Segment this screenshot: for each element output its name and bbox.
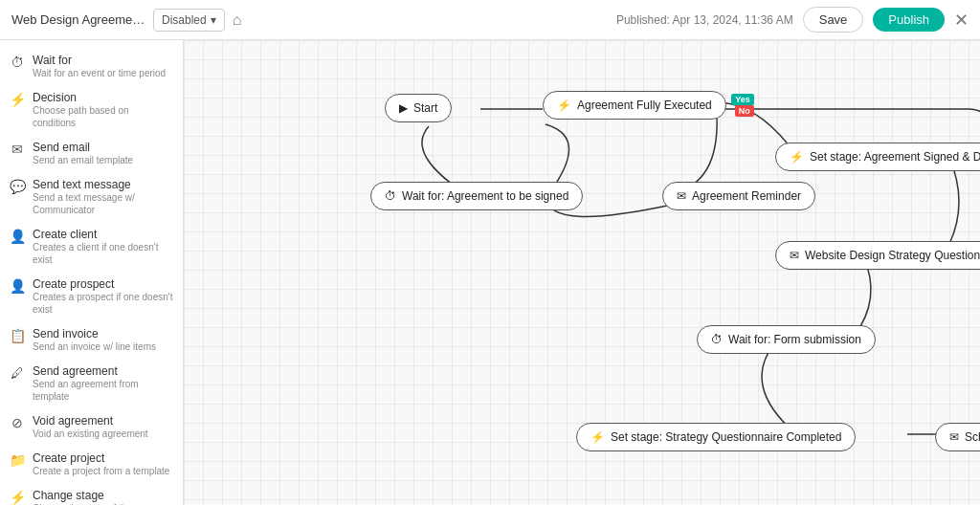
sidebar-item-create-client[interactable]: 👤 Create client Creates a client if one … [0, 222, 183, 272]
badge-yes: Yes [731, 94, 754, 105]
node-schedule-kickoff[interactable]: ✉ Schedule Kick Off Call [935, 423, 980, 451]
node-wait-signed[interactable]: ⏱ Wait for: Agreement to be signed [370, 182, 583, 210]
header: Web Design Agreement Se Disabled ▾ ⌂ Pub… [0, 0, 980, 40]
sidebar-label-create-prospect: Create prospect [33, 277, 173, 291]
change-stage-icon: ⚡ [10, 490, 25, 505]
publish-button[interactable]: Publish [873, 8, 945, 32]
sidebar-label-send-invoice: Send invoice [33, 327, 156, 340]
sidebar: ⏱ Wait for Wait for an event or time per… [0, 40, 184, 505]
sidebar-item-send-agreement[interactable]: 🖊 Send agreement Send an agreement from … [0, 359, 183, 408]
node-agreement-reminder-label: Agreement Reminder [692, 189, 801, 203]
strategy-questionnaire-icon: ✉ [790, 249, 799, 262]
set-stage-strategy-icon: ⚡ [590, 430, 605, 444]
published-status: Published: Apr 13, 2024, 11:36 AM [616, 13, 793, 27]
status-dropdown[interactable]: Disabled ▾ [153, 9, 225, 32]
wait-form-icon: ⏱ [711, 333, 723, 346]
create-client-icon: 👤 [10, 229, 25, 244]
wait-for-icon: ⏱ [10, 55, 25, 70]
header-left: Web Design Agreement Se Disabled ▾ ⌂ [11, 9, 241, 32]
sidebar-desc-create-project: Create a project from a template [33, 465, 169, 477]
node-strategy-questionnaire-label: Website Design Strategy Questionnaire [805, 249, 980, 262]
sidebar-desc-decision: Choose path based on conditions [33, 104, 173, 129]
node-strategy-questionnaire[interactable]: ✉ Website Design Strategy Questionnaire [775, 241, 980, 270]
sidebar-desc-create-prospect: Creates a prospect if one doesn't exist [33, 291, 173, 316]
node-agreement-reminder[interactable]: ✉ Agreement Reminder [662, 182, 815, 210]
create-prospect-icon: 👤 [10, 278, 25, 294]
node-start[interactable]: ▶ Start [385, 94, 452, 122]
chevron-down-icon: ▾ [211, 13, 216, 27]
agreement-reminder-icon: ✉ [677, 189, 686, 203]
wait-signed-icon: ⏱ [385, 189, 396, 203]
save-button[interactable]: Save [803, 7, 864, 33]
send-agreement-icon: 🖊 [10, 365, 25, 381]
sidebar-label-void-agreement: Void agreement [33, 414, 148, 428]
send-text-icon: 💬 [10, 179, 25, 194]
sidebar-desc-send-agreement: Send an agreement from template [33, 378, 173, 403]
node-wait-signed-label: Wait for: Agreement to be signed [402, 189, 568, 203]
flow-canvas[interactable]: ▶ Start ⚡ Agreement Fully Executed Yes N… [184, 40, 980, 505]
sidebar-desc-wait-for: Wait for an event or time period [33, 67, 166, 79]
badge-no: No [735, 105, 754, 117]
void-agreement-icon: ⊘ [10, 415, 25, 430]
send-email-icon: ✉ [10, 142, 25, 157]
sidebar-label-create-client: Create client [33, 228, 173, 241]
sidebar-label-create-project: Create project [33, 451, 169, 465]
node-set-stage-deposit-label: Set stage: Agreement Signed & Deposit Pa… [810, 150, 980, 164]
sidebar-item-void-agreement[interactable]: ⊘ Void agreement Void an existing agreem… [0, 408, 183, 446]
header-right: Published: Apr 13, 2024, 11:36 AM Save P… [616, 7, 969, 33]
node-schedule-kickoff-label: Schedule Kick Off Call [965, 430, 980, 444]
main-layout: ⏱ Wait for Wait for an event or time per… [0, 40, 980, 505]
sidebar-item-send-text[interactable]: 💬 Send text message Send a text message … [0, 172, 183, 222]
node-wait-form-label: Wait for: Form submission [728, 333, 861, 346]
node-wait-form[interactable]: ⏱ Wait for: Form submission [697, 325, 876, 354]
sidebar-item-wait-for[interactable]: ⏱ Wait for Wait for an event or time per… [0, 48, 183, 85]
agreement-executed-icon: ⚡ [557, 99, 571, 112]
sidebar-desc-send-invoice: Send an invoice w/ line items [33, 340, 156, 353]
node-set-stage-strategy-label: Set stage: Strategy Questionnaire Comple… [611, 430, 841, 444]
schedule-kickoff-icon: ✉ [949, 430, 959, 444]
node-set-stage-deposit[interactable]: ⚡ Set stage: Agreement Signed & Deposit … [775, 143, 980, 171]
sidebar-desc-void-agreement: Void an existing agreement [33, 428, 148, 440]
status-label: Disabled [162, 13, 207, 27]
sidebar-item-change-stage[interactable]: ⚡ Change stage Change the state of the o… [0, 483, 183, 505]
home-icon[interactable]: ⌂ [233, 11, 242, 29]
sidebar-label-send-text: Send text message [33, 178, 173, 191]
decision-icon: ⚡ [10, 92, 25, 107]
node-agreement-executed-label: Agreement Fully Executed [577, 99, 712, 112]
sidebar-label-change-stage: Change stage [33, 489, 173, 502]
sidebar-item-decision[interactable]: ⚡ Decision Choose path based on conditio… [0, 85, 183, 135]
sidebar-item-create-project[interactable]: 📁 Create project Create a project from a… [0, 446, 183, 483]
sidebar-desc-send-email: Send an email template [33, 154, 133, 166]
start-icon: ▶ [399, 101, 408, 115]
workflow-title: Web Design Agreement Se [11, 12, 145, 27]
sidebar-desc-create-client: Creates a client if one doesn't exist [33, 241, 173, 266]
sidebar-item-create-prospect[interactable]: 👤 Create prospect Creates a prospect if … [0, 272, 183, 321]
sidebar-label-decision: Decision [33, 91, 173, 104]
sidebar-desc-send-text: Send a text message w/ Communicator [33, 191, 173, 216]
node-agreement-executed[interactable]: ⚡ Agreement Fully Executed Yes No [543, 91, 726, 120]
node-set-stage-strategy[interactable]: ⚡ Set stage: Strategy Questionnaire Comp… [576, 423, 856, 451]
node-start-label: Start [413, 101, 437, 115]
send-invoice-icon: 📋 [10, 328, 25, 343]
sidebar-label-send-agreement: Send agreement [33, 364, 173, 378]
create-project-icon: 📁 [10, 452, 25, 468]
sidebar-label-wait-for: Wait for [33, 54, 166, 67]
sidebar-label-send-email: Send email [33, 141, 133, 154]
set-stage-deposit-icon: ⚡ [790, 150, 804, 164]
sidebar-item-send-invoice[interactable]: 📋 Send invoice Send an invoice w/ line i… [0, 321, 183, 359]
close-icon[interactable]: ✕ [954, 10, 969, 31]
sidebar-item-send-email[interactable]: ✉ Send email Send an email template [0, 135, 183, 172]
